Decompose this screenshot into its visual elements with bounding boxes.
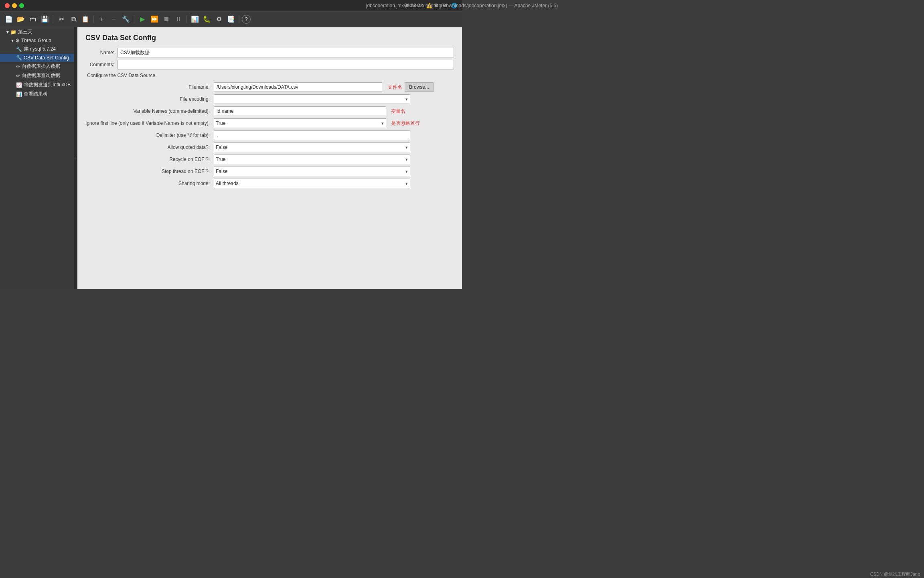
thread-group-expand-icon: ▾ — [11, 38, 14, 43]
delimiter-row — [214, 130, 454, 140]
save-template-button[interactable]: 🗃 — [27, 14, 38, 25]
run-nopause-button[interactable]: ⏩ — [149, 14, 160, 25]
sidebar-mysql-label: 连mysql 5.7.24 — [24, 46, 56, 53]
sharing-mode-label: Sharing mode: — [85, 181, 214, 186]
open-button[interactable]: 📂 — [15, 14, 26, 25]
sidebar-item-threadgroup[interactable]: ▾ ⚙ Thread Group — [0, 37, 74, 45]
function-helper-button[interactable]: ⚙ — [213, 14, 225, 25]
insert-icon: ✏ — [16, 64, 20, 69]
toolbar-separator-5 — [239, 15, 239, 23]
filename-label: Filename: — [85, 84, 214, 90]
maximize-button[interactable] — [19, 3, 24, 8]
traffic-lights — [5, 3, 24, 8]
window-title: jdbcoperation.jmx (/Users/xiongting/Down… — [366, 3, 462, 8]
name-label: Name: — [85, 50, 118, 55]
sidebar-item-influx[interactable]: 📈 将数据发送到InfluxDB — [0, 80, 74, 90]
result-icon: 📊 — [16, 92, 22, 97]
name-input[interactable] — [118, 48, 454, 57]
run-button[interactable]: ▶ — [137, 14, 148, 25]
sidebar-query-label: 向数据库查询数据 — [22, 72, 60, 79]
cut-button[interactable]: ✂ — [56, 14, 67, 25]
delimiter-label: Delimiter (use '\t' for tab): — [85, 132, 214, 138]
recycle-eof-row: True False — [214, 155, 454, 164]
mysql-icon: 🔧 — [16, 47, 22, 52]
paste-button[interactable]: 📋 — [80, 14, 91, 25]
log-viewer-button[interactable]: 📊 — [189, 14, 201, 25]
sharing-mode-select[interactable]: All threads Current thread group Current… — [214, 179, 410, 188]
sidebar: ▾ 📁 第三天 ▾ ⚙ Thread Group 🔧 连mysql 5.7.24… — [0, 27, 74, 289]
clear-all-button[interactable]: 🔧 — [120, 14, 132, 25]
comments-row: Comments: — [85, 60, 454, 69]
shutdown-button[interactable]: ⏸ — [173, 14, 184, 25]
name-row: Name: — [85, 48, 454, 57]
save-button[interactable]: 💾 — [39, 14, 51, 25]
browse-button[interactable]: Browse... — [405, 82, 434, 92]
allow-quoted-label: Allow quoted data?: — [85, 144, 214, 150]
sidebar-item-result[interactable]: 📊 查看结果树 — [0, 90, 74, 99]
toolbar-separator-3 — [134, 15, 134, 23]
toolbar-separator-4 — [186, 15, 187, 23]
filename-input[interactable] — [214, 82, 382, 92]
sidebar-thread-group-label: Thread Group — [21, 38, 51, 43]
minimize-button[interactable] — [12, 3, 17, 8]
sidebar-item-csv[interactable]: 🔧 CSV Data Set Config — [0, 54, 74, 62]
help-button[interactable]: ? — [242, 15, 251, 24]
file-encoding-select[interactable] — [214, 94, 410, 104]
remove-button[interactable]: − — [108, 14, 120, 25]
titlebar: jdbcoperation.jmx (/Users/xiongting/Down… — [0, 0, 462, 11]
thread-group-icon: ⚙ — [15, 38, 20, 43]
comments-input[interactable] — [118, 60, 454, 69]
sidebar-csv-label: CSV Data Set Config — [24, 55, 69, 61]
csv-icon: 🔧 — [16, 55, 22, 61]
new-button[interactable]: 📄 — [3, 14, 14, 25]
section-header: Configure the CSV Data Source — [85, 73, 454, 78]
stop-thread-eof-row: False True — [214, 167, 454, 176]
debug-button[interactable]: 🐛 — [201, 14, 213, 25]
file-encoding-label: File encoding: — [85, 96, 214, 102]
sidebar-influx-label: 将数据发送到InfluxDB — [24, 81, 71, 88]
variable-names-row: 变量名 — [214, 106, 454, 116]
ignore-first-line-row: True False 是否忽略首行 — [214, 118, 454, 128]
comments-label: Comments: — [85, 62, 118, 67]
ignore-first-line-annotation: 是否忽略首行 — [391, 120, 420, 127]
sidebar-result-label: 查看结果树 — [24, 91, 48, 98]
sidebar-root-label: 第三天 — [18, 28, 32, 35]
ignore-first-line-label: Ignore first line (only used if Variable… — [85, 120, 214, 126]
copy-button[interactable]: ⧉ — [68, 14, 79, 25]
resize-handle[interactable]: ⋮ — [74, 27, 77, 289]
sidebar-insert-label: 向数据库插入数据 — [22, 63, 60, 70]
ignore-first-line-select[interactable]: True False — [214, 118, 386, 128]
main-layout: ▾ 📁 第三天 ▾ ⚙ Thread Group 🔧 连mysql 5.7.24… — [0, 27, 462, 289]
content-panel: CSV Data Set Config Name: Comments: Conf… — [77, 27, 462, 289]
allow-quoted-select[interactable]: False True — [214, 142, 410, 152]
filename-annotation: 文件名 — [388, 84, 402, 91]
variable-names-annotation: 变量名 — [391, 108, 405, 115]
root-expand-icon: ▾ — [6, 29, 9, 35]
filename-row: 文件名 Browse... — [214, 82, 454, 92]
sidebar-item-root[interactable]: ▾ 📁 第三天 — [0, 27, 74, 37]
add-button[interactable]: + — [96, 14, 107, 25]
toolbar-separator-1 — [53, 15, 53, 23]
recycle-eof-select[interactable]: True False — [214, 155, 410, 164]
toolbar: 📄 📂 🗃 💾 ✂ ⧉ 📋 + − 🔧 ▶ ⏩ ⏹ ⏸ 📊 🐛 ⚙ 📑 ? — [0, 11, 462, 27]
sidebar-item-insert[interactable]: ✏ 向数据库插入数据 — [0, 62, 74, 71]
stop-thread-eof-select[interactable]: False True — [214, 167, 410, 176]
variable-names-input[interactable] — [214, 106, 386, 116]
influx-icon: 📈 — [16, 82, 22, 88]
sidebar-item-mysql[interactable]: 🔧 连mysql 5.7.24 — [0, 45, 74, 54]
stop-button[interactable]: ⏹ — [161, 14, 172, 25]
query-icon: ✏ — [16, 73, 20, 79]
allow-quoted-row: False True — [214, 142, 454, 152]
csv-form: Filename: 文件名 Browse... File encoding: V… — [85, 82, 454, 188]
stop-thread-eof-label: Stop thread on EOF ?: — [85, 169, 214, 174]
recycle-eof-label: Recycle on EOF ?: — [85, 157, 214, 162]
delimiter-input[interactable] — [214, 130, 410, 140]
templates-button[interactable]: 📑 — [225, 14, 237, 25]
variable-names-label: Variable Names (comma-delimited): — [85, 108, 214, 114]
file-encoding-row — [214, 94, 454, 104]
panel-title: CSV Data Set Config — [85, 34, 454, 42]
sharing-mode-row: All threads Current thread group Current… — [214, 179, 454, 188]
root-folder-icon: 📁 — [10, 29, 16, 35]
sidebar-item-query[interactable]: ✏ 向数据库查询数据 — [0, 71, 74, 80]
close-button[interactable] — [5, 3, 10, 8]
